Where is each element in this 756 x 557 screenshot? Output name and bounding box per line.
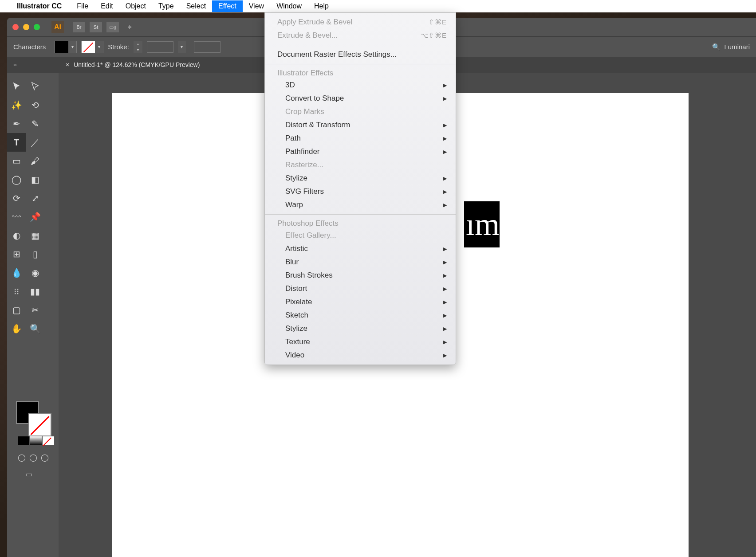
menu-effect[interactable]: Effect: [212, 0, 243, 12]
menu-help[interactable]: Help: [308, 0, 335, 12]
menu-stylize-ai[interactable]: Stylize▶: [265, 172, 456, 185]
macos-menubar: Illustrator CC File Edit Object Type Sel…: [0, 0, 756, 12]
symbol-sprayer-tool[interactable]: ⁝⁝: [7, 282, 26, 301]
stroke-proxy[interactable]: [28, 413, 51, 436]
brush-definition-field[interactable]: [194, 41, 220, 53]
fill-swatch[interactable]: ▾: [55, 41, 77, 53]
menu-blur[interactable]: Blur▶: [265, 255, 456, 269]
menu-pathfinder[interactable]: Pathfinder▶: [265, 145, 456, 158]
minimize-window-icon[interactable]: [23, 24, 29, 30]
width-tool[interactable]: 〰: [7, 208, 26, 226]
search-icon: 🔍: [712, 43, 721, 51]
rectangle-tool[interactable]: ▭: [7, 152, 26, 170]
menu-rasterize: Rasterize...: [265, 158, 456, 172]
direct-selection-tool[interactable]: [26, 77, 44, 96]
font-search[interactable]: 🔍 Luminari: [712, 43, 750, 51]
menu-effect-gallery: Effect Gallery...: [265, 229, 456, 242]
none-mode-icon[interactable]: [43, 436, 54, 445]
bridge-button[interactable]: Br: [73, 22, 85, 32]
selection-tool[interactable]: [7, 77, 26, 96]
gradient-tool[interactable]: ▯: [26, 245, 44, 263]
menu-stylize-ps[interactable]: Stylize▶: [265, 322, 456, 335]
menu-distort-ps[interactable]: Distort▶: [265, 282, 456, 295]
paintbrush-tool[interactable]: 🖌: [26, 152, 44, 170]
menu-file[interactable]: File: [71, 0, 94, 12]
close-window-icon[interactable]: [12, 24, 19, 30]
pen-tool[interactable]: ✒: [7, 114, 26, 133]
tools-panel: ✨ ⟲ ✒ ✎ T ／ ▭ 🖌 ◯ ◧ ⟳ ⤢: [7, 73, 59, 557]
type-tool[interactable]: T: [7, 133, 26, 152]
menu-convert-to-shape[interactable]: Convert to Shape▶: [265, 92, 456, 105]
menu-3d[interactable]: 3D▶: [265, 78, 456, 92]
menu-window[interactable]: Window: [270, 0, 308, 12]
stroke-weight-stepper[interactable]: ▴▾: [134, 41, 142, 53]
artboard-tool[interactable]: ▢: [7, 301, 26, 319]
eraser-tool[interactable]: ◧: [26, 170, 44, 189]
app-name[interactable]: Illustrator CC: [17, 2, 62, 10]
menu-video[interactable]: Video▶: [265, 349, 456, 362]
column-graph-tool[interactable]: ▮▮: [26, 282, 44, 301]
arrange-documents-icon[interactable]: ▭▯: [106, 22, 119, 32]
perspective-grid-tool[interactable]: ▦: [26, 226, 44, 245]
draw-normal-icon[interactable]: ◯: [18, 453, 26, 462]
screen-mode-icon[interactable]: ▭: [26, 470, 32, 479]
menu-artistic[interactable]: Artistic▶: [265, 242, 456, 255]
window-controls: [12, 24, 40, 30]
magic-wand-tool[interactable]: ✨: [7, 96, 26, 114]
menu-select[interactable]: Select: [180, 0, 212, 12]
gradient-mode-icon[interactable]: [30, 436, 42, 445]
draw-behind-icon[interactable]: ◯: [29, 453, 37, 462]
scale-tool[interactable]: ⤢: [26, 189, 44, 208]
line-segment-tool[interactable]: ／: [26, 133, 44, 152]
menu-doc-raster-settings[interactable]: Document Raster Effects Settings...: [265, 48, 456, 61]
menu-apply-last-effect: Apply Extrude & Bevel⇧⌘E: [265, 16, 456, 29]
menu-sketch[interactable]: Sketch▶: [265, 309, 456, 322]
stroke-swatch[interactable]: ▾: [81, 41, 103, 53]
menu-edit[interactable]: Edit: [94, 0, 119, 12]
stock-button[interactable]: St: [90, 22, 102, 32]
document-tab[interactable]: ×Untitled-1* @ 124.62% (CMYK/GPU Preview…: [66, 61, 200, 68]
menu-texture[interactable]: Texture▶: [265, 335, 456, 349]
menu-object[interactable]: Object: [119, 0, 152, 12]
text-object[interactable]: ım: [464, 201, 500, 247]
gpu-preview-icon[interactable]: ✈: [123, 22, 136, 32]
menu-distort-transform[interactable]: Distort & Transform▶: [265, 118, 456, 132]
control-mode-label: Characters: [13, 43, 46, 51]
close-tab-icon[interactable]: ×: [66, 61, 69, 68]
illustrator-effects-header: Illustrator Effects: [265, 67, 456, 78]
color-mode-icon[interactable]: [18, 436, 29, 445]
menu-path[interactable]: Path▶: [265, 132, 456, 145]
hand-tool[interactable]: ✋: [7, 319, 26, 338]
photoshop-effects-header: Photoshop Effects: [265, 217, 456, 229]
shaper-tool[interactable]: ◯: [7, 170, 26, 189]
illustrator-logo-icon: Ai: [51, 21, 64, 33]
blend-tool[interactable]: ◉: [26, 263, 44, 282]
menu-type[interactable]: Type: [152, 0, 180, 12]
zoom-window-icon[interactable]: [34, 24, 40, 30]
mesh-tool[interactable]: ⊞: [7, 245, 26, 263]
menu-pixelate[interactable]: Pixelate▶: [265, 295, 456, 309]
stroke-weight-field[interactable]: [147, 41, 173, 53]
menu-last-effect: Extrude & Bevel...⌥⇧⌘E: [265, 29, 456, 42]
menu-svg-filters[interactable]: SVG Filters▶: [265, 185, 456, 198]
menu-crop-marks: Crop Marks: [265, 105, 456, 118]
zoom-tool[interactable]: 🔍: [26, 319, 44, 338]
lasso-tool[interactable]: ⟲: [26, 96, 44, 114]
menu-warp[interactable]: Warp▶: [265, 198, 456, 212]
curvature-tool[interactable]: ✎: [26, 114, 44, 133]
stroke-profile-dropdown[interactable]: ▾: [178, 41, 186, 53]
document-tab-title: Untitled-1* @ 124.62% (CMYK/GPU Preview): [74, 61, 200, 68]
menu-brush-strokes[interactable]: Brush Strokes▶: [265, 269, 456, 282]
menu-view[interactable]: View: [243, 0, 270, 12]
eyedropper-tool[interactable]: 💧: [7, 263, 26, 282]
effect-menu-dropdown: Apply Extrude & Bevel⇧⌘E Extrude & Bevel…: [264, 12, 456, 365]
rotate-tool[interactable]: ⟳: [7, 189, 26, 208]
font-search-value: Luminari: [724, 43, 750, 51]
stroke-label: Stroke:: [108, 43, 129, 51]
draw-inside-icon[interactable]: ◯: [41, 453, 49, 462]
shape-builder-tool[interactable]: ◐: [7, 226, 26, 245]
free-transform-tool[interactable]: 📌: [26, 208, 44, 226]
collapse-panel-icon[interactable]: ‹‹: [13, 62, 17, 68]
slice-tool[interactable]: ✂: [26, 301, 44, 319]
